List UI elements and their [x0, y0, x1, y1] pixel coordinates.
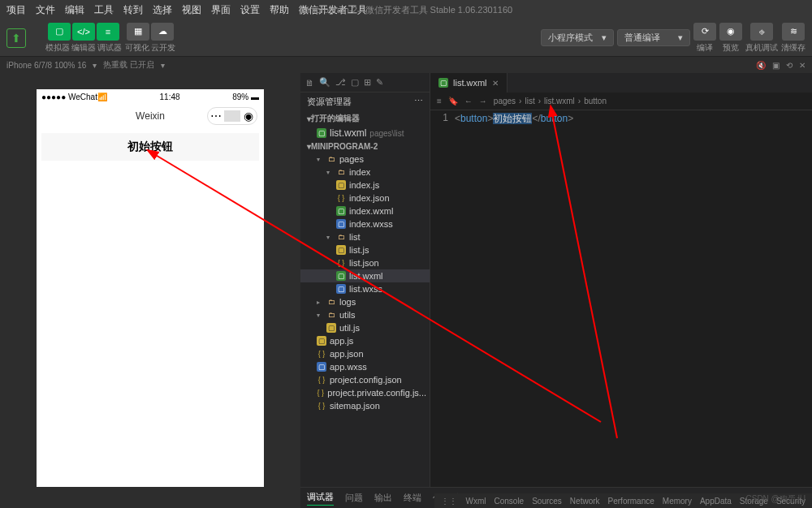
menu-item[interactable]: 转到 [123, 3, 143, 17]
menu-item[interactable]: 选择 [153, 3, 172, 17]
menu-item[interactable]: 界面 [211, 3, 231, 17]
clear-cache-button[interactable]: ≋ [782, 23, 805, 41]
gutter-icon[interactable]: ≡ [437, 97, 442, 105]
explorer-panel: 🗎 🔍 ⎇ ▢ ⊞ ✎ 资源管理器⋯ ▾ 打开的编辑器 ▢list.wxml p… [300, 73, 430, 508]
panel-tab[interactable]: 调试器 [307, 491, 334, 506]
tree-item[interactable]: { }list.json [300, 256, 430, 269]
compile-action-button[interactable]: ⟳ [693, 23, 716, 41]
plugin-icon[interactable]: ⊞ [364, 77, 371, 88]
tree-item[interactable]: ▾🗀list [300, 230, 430, 243]
editor-panel: ▢list.wxml✕ ≡ 🔖 ← → pages›list›list.wxml… [430, 73, 812, 508]
box-icon[interactable]: ▢ [351, 77, 359, 88]
tree-item[interactable]: ▢list.wxss [300, 282, 430, 295]
phone-nav: Weixin ⋯ ◉ [37, 104, 264, 128]
tree-item[interactable]: ▾🗀index [300, 166, 430, 179]
devtool-tab[interactable]: Sources [532, 497, 562, 506]
menu-item[interactable]: 项目 [6, 3, 26, 17]
close-sim-icon[interactable]: ✕ [799, 61, 806, 70]
status-bar: iPhone 6/7/8 100% 16▾ 热重载 已开启▾ 🔇 ▣ ⟲ ✕ [0, 57, 812, 73]
screenshot-icon[interactable]: ▣ [772, 61, 780, 70]
forward-icon[interactable]: → [479, 97, 487, 105]
tree-item[interactable]: ▾🗀utils [300, 308, 430, 321]
menu-item[interactable]: 编辑 [65, 3, 84, 17]
tree-item[interactable]: ▢list.wxml [300, 269, 430, 282]
simulator-panel: ●●●●● WeChat📶 11:48 89% ▬ Weixin ⋯ ◉ 初始按… [0, 73, 300, 508]
devtool-tab[interactable]: Network [570, 497, 600, 506]
phone-frame: ●●●●● WeChat📶 11:48 89% ▬ Weixin ⋯ ◉ 初始按… [37, 89, 264, 487]
tree-item[interactable]: ▢index.wxss [300, 217, 430, 230]
devtool-tab[interactable]: Memory [663, 497, 692, 506]
menu-item[interactable]: 视图 [182, 3, 201, 17]
tree-item[interactable]: ▢index.wxml [300, 204, 430, 217]
mute-icon[interactable]: 🔇 [756, 61, 766, 70]
device-info[interactable]: iPhone 6/7/8 100% 16 [6, 61, 86, 70]
window-title: miniprogram-2 - 微信开发者工具 Stable 1.06.2301… [300, 4, 512, 16]
bookmark-icon[interactable]: 🔖 [448, 97, 458, 105]
editor-button[interactable]: </> [72, 23, 95, 41]
menu-dots-icon[interactable]: ⋯ [208, 110, 224, 123]
branch-icon[interactable]: ⎇ [335, 77, 346, 88]
devtool-tab[interactable]: AppData [700, 497, 732, 506]
tree-item[interactable]: ▢app.js [300, 334, 430, 347]
menu-item[interactable]: 工具 [94, 3, 114, 17]
code-area[interactable]: 1 <button>初始按钮</button> [430, 110, 812, 126]
cloud-button[interactable]: ☁ [151, 23, 174, 41]
app-logo-icon: ⬆ [6, 28, 26, 48]
search-icon[interactable]: 🔍 [319, 77, 330, 88]
watermark: CSDN @狗蛋儿l [746, 493, 806, 505]
tree-item[interactable]: { }project.private.config.js... [300, 386, 430, 399]
panel-tab[interactable]: 问题 [345, 492, 363, 504]
capsule-button[interactable]: ⋯ ◉ [207, 107, 257, 125]
open-file-item[interactable]: ▢list.wxml pages\list [300, 126, 430, 140]
more-icon[interactable]: ⋯ [414, 96, 423, 108]
menu-item[interactable]: 设置 [240, 3, 260, 17]
panel-tab[interactable]: 输出 [374, 492, 392, 504]
tree-item[interactable]: ▢app.wxss [300, 360, 430, 373]
breadcrumb[interactable]: pages›list›list.wxml›button [494, 97, 607, 105]
hot-reload-status[interactable]: 热重载 已开启 [103, 59, 154, 71]
debugger-button[interactable]: ≡ [97, 23, 119, 41]
explorer-title: 资源管理器 [307, 96, 352, 108]
menu-item[interactable]: 帮助 [270, 3, 289, 17]
real-device-button[interactable]: ⎆ [750, 23, 773, 41]
tree-item[interactable]: ▢index.js [300, 179, 430, 192]
devtool-tab[interactable]: Console [494, 497, 524, 506]
preview-button[interactable]: ◉ [719, 23, 742, 41]
tree-item[interactable]: ▢util.js [300, 321, 430, 334]
devtool-tab[interactable]: Performance [608, 497, 654, 506]
title-bar: 项目文件编辑工具转到选择视图界面设置帮助微信开发者工具 miniprogram-… [0, 0, 812, 19]
brush-icon[interactable]: ✎ [376, 77, 383, 88]
tree-item[interactable]: { }index.json [300, 192, 430, 204]
visual-button[interactable]: ▦ [127, 23, 149, 41]
menu-item[interactable]: 文件 [36, 3, 55, 17]
tree-item[interactable]: ▸🗀logs [300, 295, 430, 308]
simulator-button[interactable]: ▢ [48, 23, 71, 41]
tree-item[interactable]: { }project.config.json [300, 373, 430, 386]
open-editors-section[interactable]: ▾ 打开的编辑器 [300, 111, 430, 126]
close-tab-icon[interactable]: ✕ [492, 79, 499, 88]
back-icon[interactable]: ← [464, 97, 473, 105]
panel-tab[interactable]: 终端 [404, 492, 421, 504]
compile-dropdown[interactable]: 普通编译▾ [617, 29, 690, 46]
files-icon[interactable]: 🗎 [305, 78, 314, 88]
initial-button[interactable]: 初始按钮 [41, 133, 259, 161]
tree-item[interactable]: { }app.json [300, 347, 430, 360]
mode-dropdown[interactable]: 小程序模式▾ [541, 29, 614, 46]
devtool-tab[interactable]: Wxml [465, 497, 486, 506]
tree-item[interactable]: ▾🗀pages [300, 153, 430, 166]
tree-item[interactable]: ▢list.js [300, 243, 430, 256]
editor-tabs: ▢list.wxml✕ [430, 73, 812, 93]
project-section[interactable]: ▾ MINIPROGRAM-2 [300, 140, 430, 153]
phone-status-bar: ●●●●● WeChat📶 11:48 89% ▬ [37, 89, 264, 104]
tree-item[interactable]: { }sitemap.json [300, 399, 430, 412]
editor-tab[interactable]: ▢list.wxml✕ [430, 73, 508, 93]
target-icon[interactable]: ◉ [240, 110, 257, 123]
toolbar: ⬆ ▢ </> ≡ 模拟器 编辑器 调试器 ▦ ☁ 可视化 云开发 小程序模式▾… [0, 19, 812, 57]
rotate-icon[interactable]: ⟲ [786, 61, 793, 70]
